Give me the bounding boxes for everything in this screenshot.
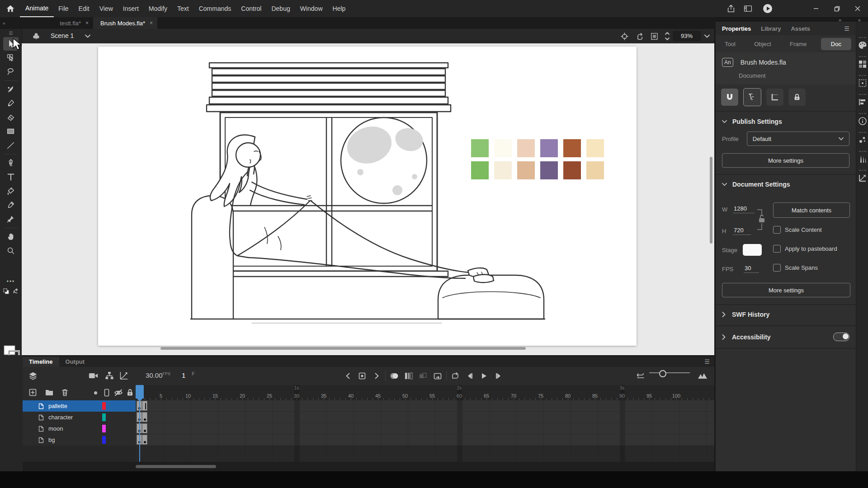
new-folder-button[interactable]: [45, 389, 53, 396]
edit-multiple-frames-button[interactable]: [417, 371, 429, 381]
hand-tool[interactable]: [3, 230, 19, 244]
match-contents-button[interactable]: Match contents: [773, 202, 850, 218]
menu-edit[interactable]: Edit: [74, 0, 94, 17]
doc-tab-brush-modes-fla-[interactable]: Brush Modes.fla*×: [93, 17, 157, 29]
layers-panel-icon[interactable]: [28, 371, 38, 381]
tab-close-icon[interactable]: ×: [150, 20, 153, 26]
eyedropper-tool[interactable]: [3, 198, 19, 212]
mode-tab-doc[interactable]: Doc: [821, 38, 851, 50]
pen-tool[interactable]: [3, 156, 19, 170]
frame-span-button[interactable]: [432, 371, 443, 381]
toolbar-grip-icon[interactable]: ☰: [0, 29, 22, 37]
camera-icon[interactable]: [89, 372, 99, 380]
prev-keyframe-button[interactable]: [342, 371, 354, 381]
play-button[interactable]: [478, 371, 490, 381]
publish-more-settings-button[interactable]: More settings: [722, 153, 849, 168]
pasteboard[interactable]: [22, 43, 714, 355]
accessibility-header[interactable]: Accessibility: [722, 333, 849, 341]
stage-color-swatch[interactable]: [743, 244, 762, 256]
motion-editor-icon[interactable]: [856, 170, 868, 183]
zoom-tool[interactable]: [3, 244, 19, 258]
frames-grid-empty[interactable]: [136, 446, 714, 462]
menu-text[interactable]: Text: [172, 0, 194, 17]
step-back-button[interactable]: [464, 371, 476, 381]
subselection-tool[interactable]: [3, 51, 19, 65]
zoom-dropdown-icon[interactable]: [704, 34, 710, 38]
share-icon[interactable]: [726, 4, 736, 14]
scene-chevron-icon[interactable]: [85, 34, 90, 38]
highlight-layers-dot[interactable]: [94, 391, 97, 394]
asset-warp-tool[interactable]: [3, 212, 19, 226]
parenting-view-icon[interactable]: [105, 371, 114, 380]
tab-close-icon[interactable]: ×: [85, 20, 89, 26]
stage-canvas[interactable]: [98, 47, 637, 346]
menu-help[interactable]: Help: [328, 0, 351, 17]
transform-icon[interactable]: [856, 75, 868, 88]
doc-more-settings-button[interactable]: More settings: [722, 283, 850, 297]
home-icon[interactable]: [5, 4, 15, 14]
mode-tab-object[interactable]: Object: [750, 38, 776, 50]
reset-timeline-zoom-icon[interactable]: [637, 372, 645, 379]
rectangle-tool[interactable]: [3, 125, 19, 138]
zoom-level-input[interactable]: 93%: [673, 31, 701, 41]
keyframe-cell[interactable]: [142, 435, 147, 445]
test-movie-icon[interactable]: [762, 3, 773, 14]
layer-row-bg[interactable]: bg: [23, 434, 136, 446]
layer-color-chip[interactable]: [102, 436, 106, 444]
timeline-menu-icon[interactable]: ☰: [704, 358, 710, 365]
timeline-zoom-slider[interactable]: [649, 372, 690, 373]
layer-color-chip[interactable]: [102, 425, 106, 432]
menu-debug[interactable]: Debug: [266, 0, 295, 17]
snap-magnet-button[interactable]: [721, 89, 738, 106]
lock-layers-icon[interactable]: [127, 389, 133, 396]
layer-row-character[interactable]: character: [23, 412, 136, 423]
stage-hscrollbar[interactable]: [160, 347, 526, 350]
frames-grid[interactable]: [136, 400, 714, 446]
delete-layer-button[interactable]: [61, 389, 68, 396]
loop-button[interactable]: [449, 371, 461, 381]
swatches-icon[interactable]: [856, 56, 868, 69]
playhead[interactable]: [136, 385, 144, 399]
restore-button[interactable]: [826, 0, 847, 17]
apply-pasteboard-checkbox[interactable]: [773, 245, 781, 253]
tab-timeline[interactable]: Timeline: [23, 357, 59, 367]
tab-assets[interactable]: Assets: [791, 25, 810, 32]
cc-libraries-icon[interactable]: [856, 132, 868, 145]
doc-tab-testt-fla-[interactable]: testt.fla*×: [52, 17, 93, 29]
rotation-icon[interactable]: [636, 32, 644, 41]
panel-menu-icon[interactable]: ☰: [844, 25, 849, 32]
tab-library[interactable]: Library: [761, 25, 781, 32]
scale-spans-checkbox[interactable]: [773, 264, 781, 272]
show-hide-layers-icon[interactable]: [114, 389, 123, 396]
collapse-tabs-icon[interactable]: «: [3, 20, 5, 26]
step-forward-button[interactable]: [493, 371, 505, 381]
menu-insert[interactable]: Insert: [118, 0, 144, 17]
mode-tab-frame[interactable]: Frame: [785, 38, 811, 50]
keyframe-cell[interactable]: [142, 412, 147, 422]
layer-row-pallette[interactable]: pallette: [23, 400, 136, 412]
zoom-stepper[interactable]: [665, 31, 670, 42]
publish-settings-header[interactable]: Publish Settings: [716, 112, 856, 128]
ruler-guides-button[interactable]: [766, 89, 783, 106]
text-tool[interactable]: [3, 170, 19, 184]
insert-keyframe-button[interactable]: [356, 371, 368, 381]
more-tools-icon[interactable]: •••: [0, 278, 22, 285]
align-icon[interactable]: [856, 94, 868, 107]
fluid-brush-tool[interactable]: [3, 83, 19, 96]
line-tool[interactable]: [3, 139, 19, 152]
default-colors-icon[interactable]: [3, 288, 9, 294]
onion-skin-outline-button[interactable]: [403, 371, 415, 381]
menu-control[interactable]: Control: [236, 0, 266, 17]
keyframe-cell[interactable]: [142, 423, 147, 433]
document-settings-header[interactable]: Document Settings: [716, 175, 856, 192]
new-layer-button[interactable]: [29, 389, 37, 396]
timeline-zoom-fit-icon[interactable]: [697, 371, 708, 380]
frame-ruler[interactable]: 5101520253035404550556065707580859095100…: [136, 385, 714, 401]
menu-view[interactable]: View: [94, 0, 118, 17]
workspace-icon[interactable]: [743, 4, 753, 13]
classic-brush-tool[interactable]: [3, 97, 19, 110]
outline-layers-icon[interactable]: [104, 389, 109, 397]
profile-dropdown[interactable]: Default: [747, 131, 849, 146]
layer-color-chip[interactable]: [102, 402, 106, 410]
snap-align-button[interactable]: [743, 88, 761, 106]
